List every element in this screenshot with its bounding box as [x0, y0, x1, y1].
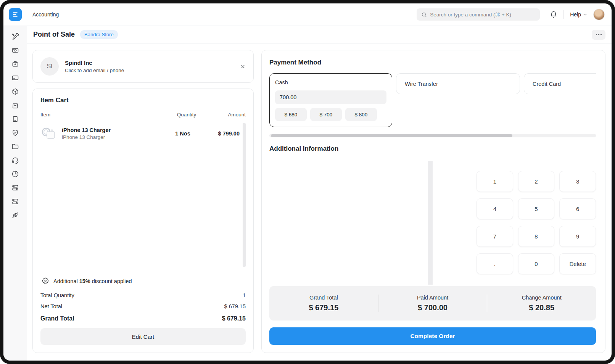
quick-amount-680[interactable]: $ 680	[275, 108, 307, 121]
numpad-key-7[interactable]: 7	[477, 226, 513, 247]
numpad-key-2[interactable]: 2	[518, 171, 555, 192]
tools-icon[interactable]	[9, 31, 22, 42]
product-amount: $ 799.00	[200, 130, 240, 137]
package-icon[interactable]	[9, 86, 22, 97]
numpad-key-4[interactable]: 4	[477, 198, 513, 219]
help-button[interactable]: Help	[570, 11, 587, 18]
user-avatar[interactable]	[593, 9, 605, 20]
additional-info-title: Additional Information	[269, 145, 596, 153]
numpad-area: 1 2 3 4 5 6 7 8 9 . 0 De	[477, 157, 596, 286]
payment-method-cash[interactable]: Cash $ 680 $ 700 $ 800	[269, 73, 392, 127]
shopping-bag-icon[interactable]	[9, 100, 22, 111]
customer-card[interactable]: SI Spindl Inc Click to add email / phone	[32, 50, 254, 83]
summary-change-amount-value: $ 20.85	[487, 303, 596, 312]
chevron-down-icon	[583, 13, 587, 17]
total-quantity-value: 1	[243, 292, 246, 298]
numpad-key-1[interactable]: 1	[477, 171, 513, 192]
numpad-key-decimal[interactable]: .	[477, 253, 513, 274]
item-cart-title: Item Cart	[40, 97, 246, 104]
notifications-bell-icon[interactable]	[550, 11, 557, 18]
quick-amount-800[interactable]: $ 800	[345, 108, 377, 121]
topbar-divider	[563, 10, 564, 19]
payment-methods-scrollbar[interactable]	[269, 134, 596, 137]
more-options-button[interactable]	[592, 30, 605, 40]
numpad-key-delete[interactable]: Delete	[559, 253, 596, 274]
scrollbar-thumb[interactable]	[271, 134, 512, 137]
numpad-key-5[interactable]: 5	[518, 198, 555, 219]
page-content: SI Spindl Inc Click to add email / phone	[27, 43, 612, 361]
window-frame: Accounting Help	[0, 0, 615, 364]
net-total-label: Net Total	[40, 303, 62, 309]
payment-method-wire-transfer[interactable]: Wire Transfer	[396, 73, 520, 94]
payment-method-credit-card[interactable]: Credit Card	[524, 73, 596, 94]
app-logo[interactable]	[3, 8, 27, 21]
cash-register-icon[interactable]	[9, 45, 22, 56]
close-icon	[240, 64, 246, 69]
summary-change-amount-label: Change Amount	[487, 295, 596, 301]
product-quantity: 1 Nos	[166, 130, 200, 137]
till-icon[interactable]	[9, 59, 22, 69]
numpad-key-9[interactable]: 9	[559, 226, 596, 247]
edit-cart-button[interactable]: Edit Cart	[40, 328, 246, 345]
total-quantity-label: Total Quantity	[40, 292, 74, 298]
cash-amount-input[interactable]	[275, 90, 386, 104]
left-column: SI Spindl Inc Click to add email / phone	[32, 50, 254, 353]
net-total-value: $ 679.15	[224, 303, 246, 309]
net-total-row: Net Total $ 679.15	[40, 303, 246, 309]
payment-card: Payment Method Cash $ 680 $ 700 $ 800 Wi…	[261, 50, 605, 353]
cart-totals: Total Quantity 1 Net Total $ 679.15 Gran…	[40, 292, 246, 322]
cash-label: Cash	[275, 79, 386, 85]
app-logo-icon	[9, 8, 22, 21]
search-input[interactable]	[430, 12, 535, 18]
additional-info-area: 1 2 3 4 5 6 7 8 9 . 0 De	[269, 157, 596, 286]
summary-paid-amount-value: $ 700.00	[378, 303, 487, 312]
order-summary-bar: Grand Total $ 679.15 Paid Amount $ 700.0…	[269, 286, 596, 321]
complete-order-button[interactable]: Complete Order	[269, 327, 596, 345]
numpad-key-8[interactable]: 8	[518, 226, 555, 247]
toggles-icon[interactable]	[9, 182, 22, 193]
grand-total-value: $ 679.15	[222, 315, 246, 322]
summary-grand-total-value: $ 679.15	[269, 303, 378, 312]
payment-methods: Cash $ 680 $ 700 $ 800 Wire Transfer Cre…	[269, 73, 596, 127]
additional-info-scrollbar[interactable]	[428, 161, 433, 285]
toggles-alt-icon[interactable]	[9, 196, 22, 207]
app-window: Accounting Help	[3, 3, 612, 361]
customer-contact-hint[interactable]: Click to add email / phone	[65, 68, 124, 73]
summary-change-amount: Change Amount $ 20.85	[487, 295, 596, 312]
pie-chart-icon[interactable]	[9, 169, 22, 179]
column-quantity: Quantity	[169, 112, 204, 118]
numpad-key-6[interactable]: 6	[559, 198, 596, 219]
building-icon[interactable]	[9, 114, 22, 124]
column-item: Item	[40, 112, 169, 118]
store-badge[interactable]: Bandra Store	[80, 30, 118, 39]
cart-scrollbar[interactable]	[243, 123, 246, 267]
cart-column-headers: Item Quantity Amount	[40, 112, 246, 118]
folder-icon[interactable]	[9, 141, 22, 152]
remove-customer-button[interactable]	[240, 64, 246, 69]
headset-icon[interactable]	[9, 155, 22, 166]
discount-text: Additional 15% discount applied	[53, 278, 132, 284]
card-icon[interactable]	[9, 72, 22, 83]
product-name: iPhone 13 Charger	[62, 127, 166, 133]
search-bar[interactable]	[417, 8, 540, 21]
topbar: Accounting Help	[3, 3, 612, 26]
main-area: Point of Sale Bandra Store SI Spindl Inc…	[27, 26, 612, 361]
search-icon	[421, 12, 427, 18]
shield-check-icon[interactable]	[9, 127, 22, 138]
page-title: Point of Sale	[33, 31, 75, 39]
customer-name: Spindl Inc	[65, 60, 124, 66]
quick-amounts: $ 680 $ 700 $ 800	[275, 108, 386, 121]
payment-method-title: Payment Method	[269, 59, 596, 66]
item-cart-card: Item Cart Item Quantity Amount	[32, 89, 254, 353]
grand-total-row: Grand Total $ 679.15	[40, 315, 246, 322]
grand-total-label: Grand Total	[40, 315, 74, 322]
sidebar-nav	[3, 26, 27, 361]
customer-avatar: SI	[40, 57, 59, 76]
numpad-key-3[interactable]: 3	[559, 171, 596, 192]
quick-amount-700[interactable]: $ 700	[310, 108, 342, 121]
page-header: Point of Sale Bandra Store	[27, 26, 612, 43]
column-amount: Amount	[204, 112, 246, 118]
cart-item-row[interactable]: iPhone 13 Charger iPhone 13 Charger 1 No…	[40, 123, 240, 146]
numpad-key-0[interactable]: 0	[518, 253, 555, 274]
plug-icon[interactable]	[9, 210, 22, 221]
